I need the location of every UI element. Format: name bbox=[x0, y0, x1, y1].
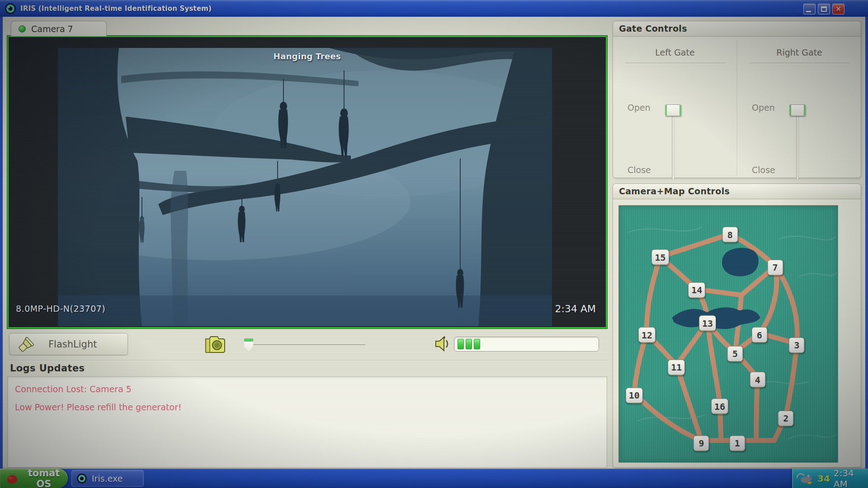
map-camera-button-1[interactable]: 1 bbox=[729, 435, 745, 451]
map-camera-button-3[interactable]: 3 bbox=[789, 337, 805, 353]
map-camera-button-8[interactable]: 8 bbox=[722, 227, 738, 243]
tomato-icon bbox=[5, 472, 19, 485]
iris-eye-icon-small bbox=[76, 473, 87, 484]
map-camera-button-13[interactable]: 13 bbox=[699, 315, 716, 331]
minimize-icon bbox=[806, 11, 811, 12]
camera-clock: 2:34 AM bbox=[555, 303, 596, 314]
map-camera-buttons: 81571413126351141016291 bbox=[619, 206, 838, 462]
camera-tab-label: Camera 7 bbox=[31, 24, 73, 34]
map-camera-button-6[interactable]: 6 bbox=[751, 327, 767, 343]
map: 81571413126351141016291 bbox=[618, 205, 838, 463]
log-entry: Low Power! Please refill the generator! bbox=[15, 402, 599, 412]
zoom-slider[interactable] bbox=[245, 338, 365, 354]
camera-video bbox=[58, 48, 552, 326]
close-icon: ✕ bbox=[835, 5, 841, 13]
maximize-button[interactable] bbox=[818, 4, 830, 14]
camera-feed-panel: Hanging Trees 8.0MP-HD-N(23707) 2:34 AM bbox=[7, 36, 607, 328]
screen: IRIS (Intelligent Real-time Identificati… bbox=[0, 0, 868, 488]
map-camera-button-7[interactable]: 7 bbox=[767, 259, 783, 275]
gate-controls-header: Gate Controls bbox=[613, 21, 861, 37]
gate-controls-panel: Gate Controls Left Gate Open Close Right… bbox=[613, 21, 861, 178]
map-camera-button-12[interactable]: 12 bbox=[638, 327, 656, 343]
right-gate-control: Right Gate Open Close bbox=[737, 37, 861, 178]
flashlight-icon bbox=[16, 335, 37, 353]
right-gate-slider-track[interactable] bbox=[796, 115, 799, 180]
right-gate-slider-thumb[interactable] bbox=[789, 104, 806, 116]
tab-camera-7[interactable]: Camera 7 bbox=[11, 21, 107, 36]
titlebar: IRIS (Intelligent Real-time Identificati… bbox=[0, 0, 868, 17]
left-gate-rule bbox=[625, 63, 725, 64]
power-segment bbox=[458, 339, 464, 349]
taskbar-task-iris[interactable]: Iris.exe bbox=[71, 470, 144, 487]
zoom-slider-track[interactable] bbox=[246, 344, 365, 346]
left-gate-slider[interactable] bbox=[665, 104, 682, 180]
right-gate-rule bbox=[749, 63, 849, 64]
scene-title: Hanging Trees bbox=[274, 52, 341, 61]
camera-online-dot bbox=[19, 25, 26, 33]
start-label: tomat OS bbox=[23, 468, 65, 488]
map-camera-button-10[interactable]: 10 bbox=[626, 387, 643, 403]
taskbar: tomat OS Iris.exe 34 2:34 AM bbox=[0, 469, 868, 488]
map-camera-button-4[interactable]: 4 bbox=[750, 372, 765, 388]
right-gate-open-label: Open bbox=[752, 103, 775, 113]
camera-map-panel: Camera+Map Controls bbox=[613, 183, 861, 468]
camera-zoom-icon bbox=[202, 334, 226, 354]
power-segment bbox=[474, 339, 480, 349]
left-gate-slider-track[interactable] bbox=[672, 115, 675, 180]
map-camera-button-5[interactable]: 5 bbox=[727, 346, 743, 361]
power-meter bbox=[454, 337, 599, 352]
map-camera-button-16[interactable]: 16 bbox=[711, 399, 728, 414]
toolbar-divider bbox=[7, 360, 607, 361]
zoom-slider-thumb[interactable] bbox=[244, 338, 253, 352]
tray-counter: 34 bbox=[817, 473, 830, 484]
minimize-button[interactable] bbox=[803, 4, 816, 14]
map-camera-button-14[interactable]: 14 bbox=[688, 282, 705, 298]
iris-eye-icon bbox=[5, 3, 16, 14]
right-gate-close-label: Close bbox=[752, 165, 775, 175]
tray-clock: 2:34 AM bbox=[834, 468, 868, 488]
speaker-icon bbox=[433, 334, 452, 354]
left-gate-slider-thumb[interactable] bbox=[665, 104, 681, 116]
left-gate-title: Left Gate bbox=[613, 47, 737, 57]
window-title: IRIS (Intelligent Real-time Identificati… bbox=[20, 5, 212, 13]
client-area: Camera 7 bbox=[3, 17, 865, 469]
flashlight-button[interactable]: FlashLight bbox=[9, 333, 128, 355]
right-gate-slider[interactable] bbox=[789, 104, 806, 180]
camera-sensor-label: 8.0MP-HD-N(23707) bbox=[16, 304, 105, 314]
log-entry: Connection Lost: Camera 5 bbox=[15, 384, 599, 394]
logs-header: Logs Updates bbox=[10, 363, 85, 374]
right-gate-title: Right Gate bbox=[737, 47, 861, 57]
maximize-icon bbox=[821, 6, 827, 12]
close-button[interactable]: ✕ bbox=[832, 4, 844, 14]
hanging-trees-scene bbox=[58, 48, 552, 326]
map-camera-button-11[interactable]: 11 bbox=[668, 359, 685, 375]
rat-icon bbox=[796, 471, 814, 486]
power-segment bbox=[466, 339, 472, 349]
left-gate-control: Left Gate Open Close bbox=[613, 37, 737, 178]
map-camera-button-9[interactable]: 9 bbox=[693, 435, 709, 451]
system-tray: 34 2:34 AM bbox=[792, 469, 868, 488]
map-camera-button-2[interactable]: 2 bbox=[778, 410, 794, 426]
flashlight-label: FlashLight bbox=[48, 339, 97, 350]
left-gate-open-label: Open bbox=[627, 103, 651, 113]
task-label: Iris.exe bbox=[92, 474, 123, 483]
start-button[interactable]: tomat OS bbox=[0, 469, 68, 488]
logs-box: Connection Lost: Camera 5Low Power! Plea… bbox=[7, 376, 607, 468]
camera-map-header: Camera+Map Controls bbox=[613, 184, 861, 199]
map-camera-button-15[interactable]: 15 bbox=[651, 249, 669, 265]
left-gate-close-label: Close bbox=[627, 165, 651, 175]
